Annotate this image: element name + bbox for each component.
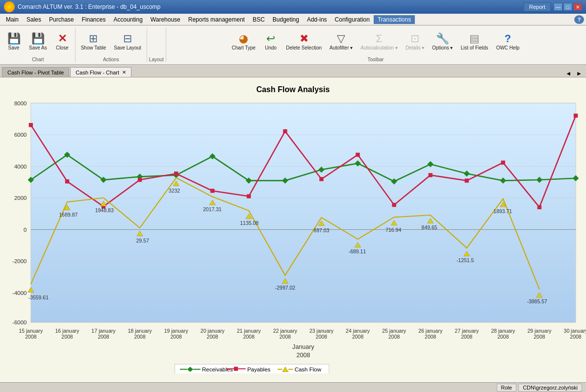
owchelp-label: OWC Help	[496, 45, 520, 50]
options-button[interactable]: 🔧 Options ▾	[429, 31, 456, 53]
autocalculation-button[interactable]: Σ Autocalculation ▾	[357, 31, 401, 53]
xlabel-11: 26 january	[418, 328, 443, 334]
delete-selection-button[interactable]: ✖ Delete Selection	[282, 31, 325, 53]
svg-text:2008: 2008	[352, 334, 363, 340]
chart-group-label: Chart	[32, 57, 44, 62]
pay-point-10	[392, 203, 396, 207]
menu-configuration[interactable]: Configuration	[331, 15, 374, 24]
chart-buttons: 💾 Save 💾 Save As ✕ Close	[3, 27, 73, 56]
options-label: Options ▾	[432, 45, 453, 50]
saveas-button[interactable]: 💾 Save As	[25, 31, 51, 53]
listfields-label: List of Fields	[460, 45, 488, 50]
undo-button[interactable]: ↩ Undo	[260, 31, 281, 53]
save-label: Save	[8, 45, 20, 50]
close-toolbar-button[interactable]: ✕ Close	[51, 31, 73, 53]
svg-text:2008: 2008	[98, 334, 109, 340]
tabs-bar: Cash Flow - Pivot Table Cash Flow - Char…	[0, 65, 586, 77]
pay-point-5	[210, 189, 214, 193]
cf-label-5: 2017.31	[203, 207, 222, 212]
actions-buttons: ⊞ Show Table ⊟ Save Layout	[77, 27, 145, 56]
listfields-icon: ▤	[469, 33, 480, 44]
close-icon: ✕	[58, 33, 67, 44]
layout-group-label: Layout	[149, 57, 164, 62]
xlabel-month: January	[292, 343, 314, 350]
cf-label-3: 29.57	[136, 238, 149, 244]
xlabel-2: 17 january	[92, 328, 116, 334]
list-of-fields-button[interactable]: ▤ List of Fields	[457, 31, 491, 53]
menu-budgeting[interactable]: Budgeting	[269, 15, 303, 24]
svg-text:2008: 2008	[388, 334, 400, 340]
cf-label-2: 1948.83	[95, 208, 114, 213]
charttype-icon: ◕	[239, 33, 248, 44]
menu-reports[interactable]: Reports management	[184, 15, 249, 24]
status-role-label: Role	[497, 384, 517, 392]
tabs-navigation: ◄ ►	[563, 70, 584, 77]
status-bar: Role CDN\grzegorz.zolyński	[0, 382, 586, 392]
details-button[interactable]: ⊡ Details ▾	[402, 31, 428, 53]
cf-label-13: 1893.71	[493, 209, 512, 214]
menu-warehouse[interactable]: Warehouse	[147, 15, 184, 24]
pay-point-7	[283, 129, 287, 133]
charttype-label: Chart Type	[231, 45, 255, 50]
ylabel-6000: 6000	[14, 132, 27, 138]
saveas-icon: 💾	[31, 33, 45, 44]
tab-chart-close[interactable]: ✕	[122, 70, 126, 75]
tab-pivot[interactable]: Cash Flow - Pivot Table	[2, 67, 69, 77]
help-button[interactable]: ?	[574, 15, 584, 24]
pay-point-11	[429, 173, 433, 177]
cf-label-7: -2997.02	[275, 285, 296, 291]
tab-chart[interactable]: Cash Flow - Chart ✕	[70, 67, 131, 77]
menu-finances[interactable]: Finances	[78, 15, 110, 24]
app-logo	[4, 1, 15, 12]
tabs-next-button[interactable]: ►	[574, 70, 584, 77]
tabs-prev-button[interactable]: ◄	[563, 70, 573, 77]
menu-purchase[interactable]: Purchase	[45, 15, 78, 24]
autofilter-button[interactable]: ▽ Autofilter ▾	[326, 31, 356, 53]
save-layout-button[interactable]: ⊟ Save Layout	[110, 31, 145, 53]
svg-text:2008: 2008	[61, 334, 73, 340]
savelayout-label: Save Layout	[114, 45, 141, 50]
autofilter-icon: ▽	[337, 33, 345, 44]
actions-group-label: Actions	[103, 57, 119, 62]
pay-point-9	[356, 153, 359, 157]
autocalc-icon: Σ	[376, 33, 382, 44]
menu-sales[interactable]: Sales	[23, 15, 45, 24]
menu-bsc[interactable]: BSC	[249, 15, 269, 24]
menu-addins[interactable]: Add-ins	[303, 15, 331, 24]
xlabel-9: 24 january	[346, 328, 370, 334]
xlabel-15: 30 january	[564, 328, 586, 334]
ylabel-m6000: -6000	[12, 319, 26, 325]
toolbar-group-layout: Layout	[147, 27, 166, 62]
toolbar: 💾 Save 💾 Save As ✕ Close Chart ⊞ Show Ta…	[0, 25, 586, 65]
show-table-button[interactable]: ⊞ Show Table	[77, 31, 110, 53]
toolbar-buttons: ◕ Chart Type ↩ Undo ✖ Delete Selection ▽…	[228, 27, 523, 56]
xlabel-6: 21 january	[237, 328, 261, 334]
menu-accounting[interactable]: Accounting	[109, 15, 146, 24]
pay-point-15	[574, 114, 578, 118]
xlabel-7: 22 january	[273, 328, 298, 334]
saveas-label: Save As	[29, 45, 47, 50]
delete-icon: ✖	[300, 33, 308, 44]
cf-label-8: 697.03	[313, 228, 329, 233]
xlabel-1: 16 january	[55, 328, 80, 334]
xlabel-5: 20 january	[201, 328, 225, 334]
chart-svg: 8000 6000 4000 2000 0 -2000 -4000	[0, 98, 586, 373]
minimize-button[interactable]: —	[554, 3, 562, 11]
legend-cf-label: Cash Flow	[295, 367, 322, 372]
cf-label-6: 1135.08	[240, 220, 259, 226]
owc-help-button[interactable]: ? OWC Help	[493, 31, 523, 53]
xlabel-12: 27 january	[455, 328, 479, 334]
status-user: CDN\grzegorz.zolyński	[518, 384, 582, 392]
close-button[interactable]: ✕	[573, 3, 582, 11]
chart-type-button[interactable]: ◕ Chart Type	[228, 31, 259, 53]
undo-icon: ↩	[266, 33, 275, 44]
pay-point-1	[65, 179, 69, 183]
maximize-button[interactable]: □	[563, 3, 572, 11]
chart-container: Cash Flow Analysis 8000	[0, 77, 586, 382]
save-button[interactable]: 💾 Save	[3, 31, 25, 53]
menu-main[interactable]: Main	[2, 15, 23, 24]
pay-point-8	[319, 177, 323, 181]
chart-svg-wrapper: 8000 6000 4000 2000 0 -2000 -4000	[0, 98, 586, 373]
cf-label-10: 716.94	[385, 227, 401, 233]
menu-transactions[interactable]: Transactions	[374, 15, 415, 24]
